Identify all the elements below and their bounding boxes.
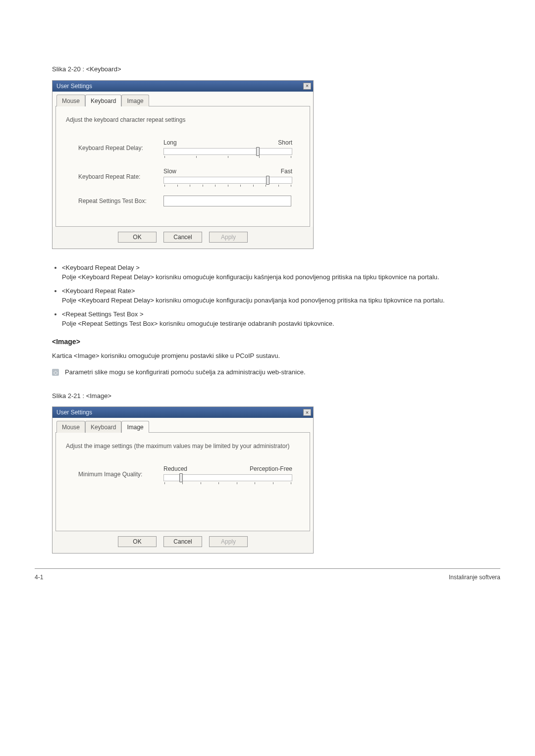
delay-right-label: Short — [278, 138, 292, 147]
close-icon[interactable]: × — [303, 409, 311, 416]
tab-keyboard[interactable]: Keyboard — [85, 95, 121, 106]
tab-keyboard[interactable]: Keyboard — [85, 421, 121, 433]
item-title: <Repeat Settings Test Box > — [62, 309, 500, 319]
item-text: Polje <Repeat Settings Test Box> korisni… — [62, 320, 334, 327]
note-icon: ◇ — [52, 369, 59, 376]
repeat-rate-label: Keyboard Repeat Rate: — [78, 172, 159, 181]
dialog2-description: Adjust the image settings (the maximum v… — [66, 442, 300, 451]
dialog2-titlebar: User Settings × — [53, 407, 313, 418]
list-item: <Keyboard Repeat Rate> Polje <Keyboard R… — [62, 286, 500, 305]
item-text: Polje <Keyboard Repeat Delay> korisniku … — [62, 297, 445, 304]
cancel-button[interactable]: Cancel — [163, 536, 202, 547]
dialog1-titlebar: User Settings × — [53, 81, 313, 92]
dialog-image: User Settings × Mouse Keyboard Image Adj… — [52, 406, 314, 554]
section-text: Kartica <Image> korisniku omogućuje prom… — [52, 351, 500, 361]
item-text: Polje <Keyboard Repeat Delay> korisniku … — [62, 273, 439, 281]
quality-right-label: Perception-Free — [250, 464, 292, 473]
note-text: Parametri slike mogu se konfigurirati po… — [65, 367, 306, 377]
tab-mouse[interactable]: Mouse — [56, 95, 85, 106]
list-item: <Repeat Settings Test Box > Polje <Repea… — [62, 309, 500, 329]
item-title: <Keyboard Repeat Rate> — [62, 286, 500, 296]
test-box-label: Repeat Settings Test Box: — [78, 197, 159, 205]
repeat-test-input[interactable] — [163, 196, 291, 206]
page-footer: 4-1 Instaliranje softvera — [35, 568, 500, 582]
image-quality-slider[interactable] — [163, 474, 292, 481]
rate-left-label: Slow — [163, 167, 176, 176]
item-title: <Keyboard Repeat Delay > — [62, 263, 500, 273]
list-item: <Keyboard Repeat Delay > Polje <Keyboard… — [62, 263, 500, 282]
section-heading: <Image> — [52, 337, 500, 347]
dialog-keyboard: User Settings × Mouse Keyboard Image Adj… — [52, 80, 314, 249]
figure2-caption: Slika 2-21 : <Image> — [52, 391, 500, 401]
dialog2-title: User Settings — [56, 408, 92, 417]
tab-image[interactable]: Image — [121, 421, 149, 433]
quality-left-label: Reduced — [163, 464, 187, 473]
tab-image[interactable]: Image — [121, 95, 149, 106]
ok-button[interactable]: OK — [118, 232, 157, 243]
note-line: ◇ Parametri slike mogu se konfigurirati … — [52, 367, 500, 377]
repeat-delay-label: Keyboard Repeat Delay: — [78, 144, 159, 152]
close-icon[interactable]: × — [303, 83, 311, 90]
repeat-delay-slider[interactable] — [163, 148, 292, 155]
apply-button[interactable]: Apply — [209, 536, 248, 547]
figure1-caption: Slika 2-20 : <Keyboard> — [52, 64, 500, 74]
min-image-quality-label: Minimum Image Quality: — [78, 470, 159, 479]
apply-button[interactable]: Apply — [209, 232, 248, 243]
delay-left-label: Long — [163, 138, 177, 147]
dialog1-title: User Settings — [56, 82, 92, 91]
tab-mouse[interactable]: Mouse — [56, 421, 85, 433]
bullet-list: <Keyboard Repeat Delay > Polje <Keyboard… — [62, 263, 500, 329]
dialog1-description: Adjust the keyboard character repeat set… — [66, 115, 300, 124]
dialog1-tabs: Mouse Keyboard Image — [55, 95, 310, 106]
dialog2-tabs: Mouse Keyboard Image — [55, 421, 310, 433]
footer-left: 4-1 — [35, 573, 43, 582]
rate-right-label: Fast — [281, 167, 292, 176]
footer-right: Instaliranje softvera — [449, 573, 500, 582]
cancel-button[interactable]: Cancel — [163, 232, 202, 243]
ok-button[interactable]: OK — [118, 536, 157, 547]
repeat-rate-slider[interactable] — [163, 177, 292, 184]
